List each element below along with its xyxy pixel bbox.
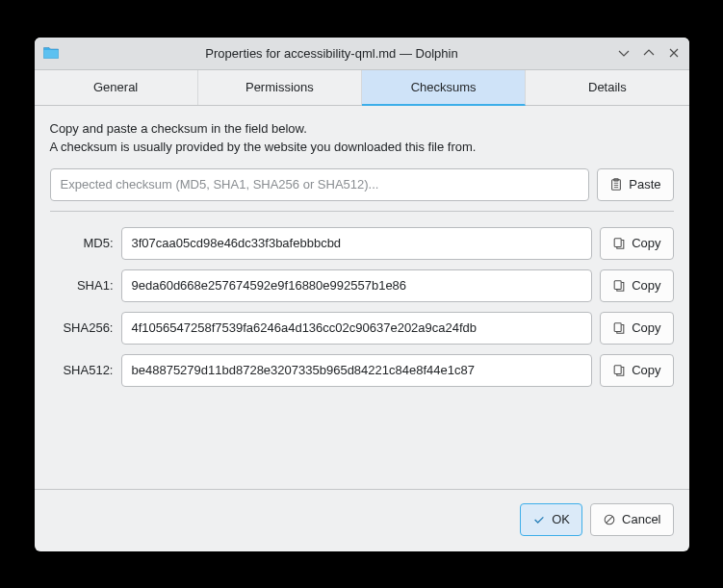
footer-separator [35,489,689,490]
folder-icon [42,44,60,62]
paste-label: Paste [629,177,660,192]
tab-details[interactable]: Details [526,70,688,105]
copy-icon [612,279,626,293]
copy-label: Copy [632,363,660,377]
cancel-icon [603,513,616,526]
tab-bar: General Permissions Checksums Details [35,70,689,106]
check-icon [532,513,546,526]
tab-permissions[interactable]: Permissions [198,70,362,105]
window-title: Properties for accessibility-qml.md — Do… [67,46,616,61]
titlebar[interactable]: Properties for accessibility-qml.md — Do… [35,38,689,70]
paste-button[interactable]: Paste [597,168,673,201]
separator [50,211,674,212]
copy-icon [612,321,626,335]
md5-row: MD5: 3f07caa05cd98e46dc33f3bafebbbcbd Co… [50,227,674,260]
ok-button[interactable]: OK [520,503,582,536]
md5-label: MD5: [50,236,114,250]
sha1-row: SHA1: 9eda60d668e257674592e9f16880e99255… [50,269,674,302]
ok-label: OK [552,512,570,526]
expected-checksum-input[interactable] [50,168,590,201]
spacer [50,396,674,473]
instructions-line2: A checksum is usually provided by the we… [50,138,674,157]
close-button[interactable] [666,45,682,61]
tab-general[interactable]: General [35,70,198,105]
svg-rect-6 [614,280,621,289]
sha512-label: SHA512: [50,363,114,377]
sha512-value[interactable]: be48875279d11bd8728e3207335b965d84221c84… [121,354,593,387]
dialog-buttons: OK Cancel [35,503,689,551]
sha1-label: SHA1: [50,278,114,293]
sha1-value[interactable]: 9eda60d668e257674592e9f16880e992557b1e86 [121,269,593,302]
md5-copy-button[interactable]: Copy [600,227,673,260]
sha256-label: SHA256: [50,320,114,335]
svg-rect-8 [614,365,621,373]
maximize-button[interactable] [641,45,657,61]
properties-dialog: Properties for accessibility-qml.md — Do… [35,38,689,551]
sha512-copy-button[interactable]: Copy [600,354,673,387]
minimize-button[interactable] [616,45,632,61]
instructions-line1: Copy and paste a checksum in the field b… [50,119,674,139]
cancel-label: Cancel [622,512,660,526]
tab-content: Copy and paste a checksum in the field b… [35,106,689,489]
sha256-row: SHA256: 4f1056547258f7539fa6246a4d136cc0… [50,312,674,345]
copy-label: Copy [632,278,660,293]
copy-label: Copy [632,236,660,250]
sha512-row: SHA512: be48875279d11bd8728e3207335b965d… [50,354,674,387]
copy-icon [612,237,626,250]
svg-rect-7 [614,322,621,331]
svg-rect-5 [614,238,621,246]
copy-label: Copy [632,320,660,335]
svg-line-10 [607,516,613,523]
sha256-copy-button[interactable]: Copy [600,312,673,345]
copy-icon [612,364,626,377]
instructions: Copy and paste a checksum in the field b… [50,119,674,157]
expected-checksum-row: Paste [50,168,674,201]
tab-checksums[interactable]: Checksums [362,70,526,106]
sha256-value[interactable]: 4f1056547258f7539fa6246a4d136cc02c90637e… [121,312,593,345]
cancel-button[interactable]: Cancel [590,503,673,536]
window-controls [616,45,682,61]
clipboard-icon [609,178,623,192]
md5-value[interactable]: 3f07caa05cd98e46dc33f3bafebbbcbd [121,227,593,260]
sha1-copy-button[interactable]: Copy [600,269,673,302]
